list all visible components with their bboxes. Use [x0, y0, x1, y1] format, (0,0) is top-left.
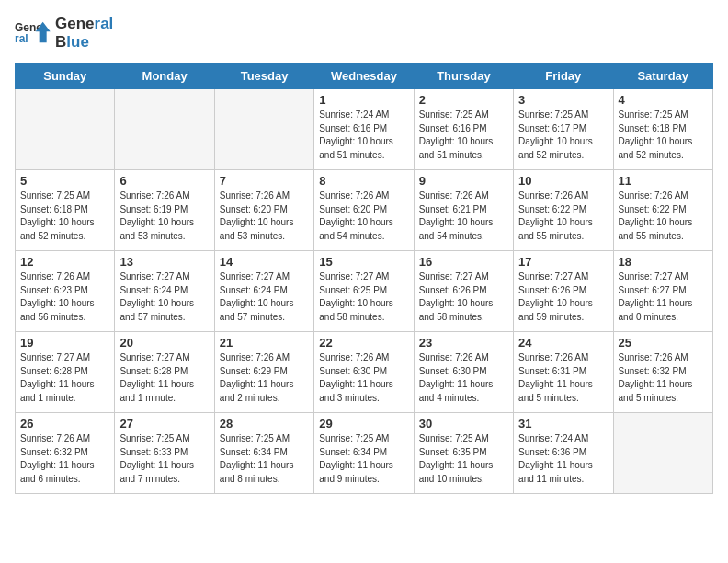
day-info: Sunrise: 7:27 AM Sunset: 6:24 PM Dayligh…	[220, 270, 309, 324]
day-info: Sunrise: 7:26 AM Sunset: 6:22 PM Dayligh…	[619, 190, 708, 243]
day-number: 3	[518, 93, 608, 107]
day-info: Sunrise: 7:27 AM Sunset: 6:25 PM Dayligh…	[319, 270, 408, 324]
day-info: Sunrise: 7:24 AM Sunset: 6:16 PM Dayligh…	[319, 109, 408, 162]
cell-week2-day1: 6Sunrise: 7:26 AM Sunset: 6:19 PM Daylig…	[115, 170, 214, 251]
cell-week4-day1: 20Sunrise: 7:27 AM Sunset: 6:28 PM Dayli…	[115, 332, 214, 413]
page-header: Gene ral General Blue	[15, 15, 713, 52]
day-info: Sunrise: 7:26 AM Sunset: 6:20 PM Dayligh…	[220, 190, 309, 243]
logo-svg: Gene ral	[15, 15, 51, 52]
cell-week5-day2: 28Sunrise: 7:25 AM Sunset: 6:34 PM Dayli…	[214, 413, 313, 494]
cell-week3-day2: 14Sunrise: 7:27 AM Sunset: 6:24 PM Dayli…	[214, 251, 313, 332]
day-number: 24	[518, 336, 608, 350]
day-number: 12	[20, 255, 109, 269]
cell-week4-day6: 25Sunrise: 7:26 AM Sunset: 6:32 PM Dayli…	[613, 332, 712, 413]
day-info: Sunrise: 7:26 AM Sunset: 6:29 PM Dayligh…	[220, 351, 309, 405]
week-row-5: 26Sunrise: 7:26 AM Sunset: 6:32 PM Dayli…	[16, 413, 713, 494]
day-number: 21	[220, 336, 309, 350]
day-number: 19	[20, 336, 109, 350]
day-number: 25	[619, 336, 708, 350]
calendar-table: SundayMondayTuesdayWednesdayThursdayFrid…	[15, 63, 713, 494]
cell-week1-day2	[214, 89, 313, 170]
header-friday: Friday	[514, 63, 613, 89]
day-number: 29	[319, 417, 408, 431]
day-number: 1	[319, 93, 408, 107]
day-number: 20	[119, 336, 209, 350]
day-info: Sunrise: 7:25 AM Sunset: 6:34 PM Dayligh…	[319, 432, 408, 486]
header-saturday: Saturday	[613, 63, 712, 89]
cell-week2-day5: 10Sunrise: 7:26 AM Sunset: 6:22 PM Dayli…	[514, 170, 613, 251]
cell-week5-day0: 26Sunrise: 7:26 AM Sunset: 6:32 PM Dayli…	[16, 413, 115, 494]
cell-week1-day0	[16, 89, 115, 170]
cell-week3-day4: 16Sunrise: 7:27 AM Sunset: 6:26 PM Dayli…	[414, 251, 513, 332]
header-row: SundayMondayTuesdayWednesdayThursdayFrid…	[16, 63, 713, 89]
day-info: Sunrise: 7:26 AM Sunset: 6:32 PM Dayligh…	[619, 351, 708, 405]
header-sunday: Sunday	[16, 63, 115, 89]
cell-week1-day5: 3Sunrise: 7:25 AM Sunset: 6:17 PM Daylig…	[514, 89, 613, 170]
day-info: Sunrise: 7:25 AM Sunset: 6:18 PM Dayligh…	[20, 190, 109, 243]
header-thursday: Thursday	[414, 63, 513, 89]
day-number: 30	[419, 417, 508, 431]
day-info: Sunrise: 7:26 AM Sunset: 6:22 PM Dayligh…	[518, 190, 608, 243]
cell-week4-day5: 24Sunrise: 7:26 AM Sunset: 6:31 PM Dayli…	[514, 332, 613, 413]
day-info: Sunrise: 7:25 AM Sunset: 6:34 PM Dayligh…	[220, 432, 309, 486]
day-info: Sunrise: 7:25 AM Sunset: 6:17 PM Dayligh…	[518, 109, 608, 162]
cell-week1-day3: 1Sunrise: 7:24 AM Sunset: 6:16 PM Daylig…	[314, 89, 414, 170]
day-number: 17	[518, 255, 608, 269]
day-number: 15	[319, 255, 408, 269]
day-info: Sunrise: 7:27 AM Sunset: 6:28 PM Dayligh…	[119, 351, 209, 405]
day-number: 8	[319, 174, 408, 188]
cell-week5-day6	[613, 413, 712, 494]
cell-week2-day3: 8Sunrise: 7:26 AM Sunset: 6:20 PM Daylig…	[314, 170, 414, 251]
logo: Gene ral General Blue	[15, 15, 113, 52]
day-number: 7	[220, 174, 309, 188]
day-number: 28	[220, 417, 309, 431]
day-info: Sunrise: 7:27 AM Sunset: 6:26 PM Dayligh…	[518, 270, 608, 324]
week-row-4: 19Sunrise: 7:27 AM Sunset: 6:28 PM Dayli…	[16, 332, 713, 413]
day-info: Sunrise: 7:26 AM Sunset: 6:30 PM Dayligh…	[419, 351, 508, 405]
cell-week3-day5: 17Sunrise: 7:27 AM Sunset: 6:26 PM Dayli…	[514, 251, 613, 332]
cell-week4-day4: 23Sunrise: 7:26 AM Sunset: 6:30 PM Dayli…	[414, 332, 513, 413]
cell-week3-day3: 15Sunrise: 7:27 AM Sunset: 6:25 PM Dayli…	[314, 251, 414, 332]
day-number: 16	[419, 255, 508, 269]
cell-week5-day1: 27Sunrise: 7:25 AM Sunset: 6:33 PM Dayli…	[115, 413, 214, 494]
cell-week2-day6: 11Sunrise: 7:26 AM Sunset: 6:22 PM Dayli…	[613, 170, 712, 251]
cell-week5-day4: 30Sunrise: 7:25 AM Sunset: 6:35 PM Dayli…	[414, 413, 513, 494]
cell-week3-day6: 18Sunrise: 7:27 AM Sunset: 6:27 PM Dayli…	[613, 251, 712, 332]
day-info: Sunrise: 7:26 AM Sunset: 6:20 PM Dayligh…	[319, 190, 408, 243]
day-info: Sunrise: 7:27 AM Sunset: 6:24 PM Dayligh…	[119, 270, 209, 324]
cell-week2-day2: 7Sunrise: 7:26 AM Sunset: 6:20 PM Daylig…	[214, 170, 313, 251]
cell-week4-day3: 22Sunrise: 7:26 AM Sunset: 6:30 PM Dayli…	[314, 332, 414, 413]
svg-text:ral: ral	[15, 32, 28, 45]
day-number: 5	[20, 174, 109, 188]
day-info: Sunrise: 7:27 AM Sunset: 6:28 PM Dayligh…	[20, 351, 109, 405]
day-info: Sunrise: 7:26 AM Sunset: 6:19 PM Dayligh…	[119, 190, 209, 243]
day-number: 10	[518, 174, 608, 188]
day-info: Sunrise: 7:26 AM Sunset: 6:31 PM Dayligh…	[518, 351, 608, 405]
day-info: Sunrise: 7:25 AM Sunset: 6:33 PM Dayligh…	[119, 432, 209, 486]
cell-week3-day1: 13Sunrise: 7:27 AM Sunset: 6:24 PM Dayli…	[115, 251, 214, 332]
day-number: 31	[518, 417, 608, 431]
day-number: 4	[619, 93, 708, 107]
cell-week1-day4: 2Sunrise: 7:25 AM Sunset: 6:16 PM Daylig…	[414, 89, 513, 170]
cell-week3-day0: 12Sunrise: 7:26 AM Sunset: 6:23 PM Dayli…	[16, 251, 115, 332]
day-info: Sunrise: 7:25 AM Sunset: 6:35 PM Dayligh…	[419, 432, 508, 486]
day-info: Sunrise: 7:27 AM Sunset: 6:27 PM Dayligh…	[619, 270, 708, 324]
cell-week1-day6: 4Sunrise: 7:25 AM Sunset: 6:18 PM Daylig…	[613, 89, 712, 170]
cell-week1-day1	[115, 89, 214, 170]
day-number: 6	[119, 174, 209, 188]
day-info: Sunrise: 7:26 AM Sunset: 6:23 PM Dayligh…	[20, 270, 109, 324]
cell-week2-day4: 9Sunrise: 7:26 AM Sunset: 6:21 PM Daylig…	[414, 170, 513, 251]
day-number: 2	[419, 93, 508, 107]
week-row-1: 1Sunrise: 7:24 AM Sunset: 6:16 PM Daylig…	[16, 89, 713, 170]
day-number: 11	[619, 174, 708, 188]
header-monday: Monday	[115, 63, 214, 89]
week-row-3: 12Sunrise: 7:26 AM Sunset: 6:23 PM Dayli…	[16, 251, 713, 332]
week-row-2: 5Sunrise: 7:25 AM Sunset: 6:18 PM Daylig…	[16, 170, 713, 251]
day-number: 22	[319, 336, 408, 350]
day-number: 26	[20, 417, 109, 431]
day-info: Sunrise: 7:24 AM Sunset: 6:36 PM Dayligh…	[518, 432, 608, 486]
cell-week5-day3: 29Sunrise: 7:25 AM Sunset: 6:34 PM Dayli…	[314, 413, 414, 494]
day-number: 23	[419, 336, 508, 350]
header-tuesday: Tuesday	[214, 63, 313, 89]
cell-week4-day0: 19Sunrise: 7:27 AM Sunset: 6:28 PM Dayli…	[16, 332, 115, 413]
